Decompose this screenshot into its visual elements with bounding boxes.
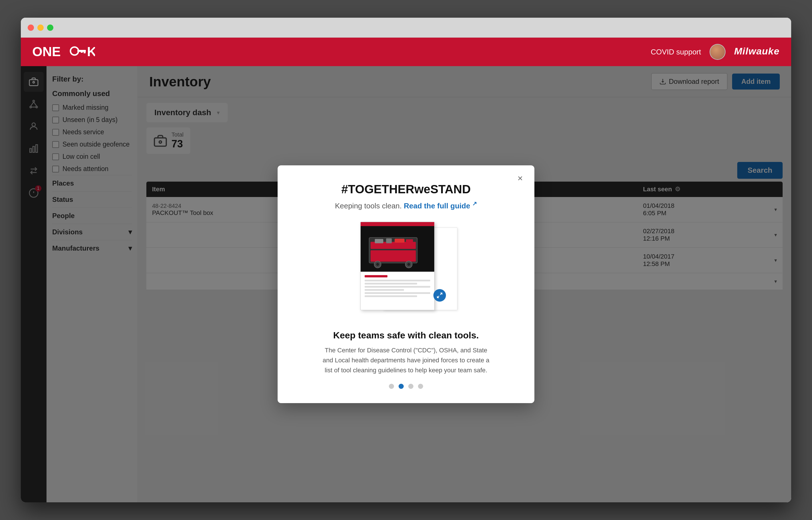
- doc-line-3: [365, 286, 430, 288]
- maximize-dot[interactable]: [47, 25, 53, 31]
- doc-line-6: [365, 295, 417, 297]
- doc-line-5: [365, 292, 430, 294]
- doc-red-bar: [361, 222, 434, 226]
- page-layout: 1 Filter by: Commonly used Marked missin…: [21, 66, 791, 502]
- doc-content-lines: [361, 272, 434, 302]
- doc-image: [361, 226, 434, 272]
- one-key-logo: ONE KEY: [32, 45, 95, 59]
- milwaukee-svg: Milwaukee: [734, 44, 780, 58]
- close-dot[interactable]: [28, 25, 34, 31]
- milwaukee-logo: Milwaukee: [734, 44, 780, 60]
- svg-rect-30: [371, 250, 416, 262]
- modal-overlay[interactable]: × #TOGETHERweSTAND Keeping tools clean. …: [21, 66, 791, 502]
- svg-rect-36: [386, 238, 392, 243]
- svg-rect-35: [375, 239, 384, 243]
- modal-subtitle-text: Keeping tools clean.: [335, 202, 402, 210]
- modal-dot-1[interactable]: [389, 384, 394, 389]
- close-icon: ×: [518, 173, 523, 184]
- modal-subtitle: Keeping tools clean. Read the full guide…: [292, 200, 520, 210]
- svg-point-32: [376, 263, 379, 266]
- doc-line-2: [365, 283, 417, 285]
- svg-text:KEY: KEY: [87, 45, 95, 59]
- avatar[interactable]: [710, 44, 725, 60]
- top-nav: ONE KEY COVID support Milwaukee: [21, 37, 791, 66]
- modal-guide-link-text: Read the full guide: [404, 202, 470, 210]
- modal-body-text: The Center for Disease Control ("CDC"), …: [320, 345, 492, 375]
- modal-dot-2[interactable]: [399, 384, 404, 389]
- doc-expand-button[interactable]: [434, 289, 446, 302]
- modal-dot-3[interactable]: [408, 384, 413, 389]
- modal-pagination-dots: [292, 384, 520, 389]
- svg-point-1: [71, 47, 78, 55]
- logo-area: ONE KEY: [32, 45, 95, 59]
- doc-stack: [360, 222, 452, 313]
- doc-line-4: [365, 289, 404, 291]
- window-controls: [28, 25, 53, 31]
- svg-point-34: [408, 263, 410, 266]
- covid-support-label: COVID support: [651, 48, 701, 56]
- modal-dot-4[interactable]: [418, 384, 423, 389]
- modal-body-title: Keep teams safe with clean tools.: [292, 330, 520, 341]
- doc-line-1: [365, 280, 430, 281]
- svg-text:ONE: ONE: [32, 45, 61, 59]
- svg-rect-37: [395, 239, 404, 242]
- modal-title: #TOGETHERweSTAND: [292, 182, 520, 196]
- modal-image-area: [292, 222, 520, 319]
- titlebar: [21, 18, 791, 37]
- doc-line-red: [365, 275, 388, 278]
- svg-rect-4: [81, 50, 83, 53]
- modal-guide-link[interactable]: Read the full guide ↗: [404, 202, 477, 210]
- tool-cart-illustration: [361, 226, 434, 272]
- svg-rect-38: [406, 239, 413, 242]
- doc-main: [360, 222, 435, 310]
- minimize-dot[interactable]: [38, 25, 44, 31]
- modal: × #TOGETHERweSTAND Keeping tools clean. …: [278, 165, 534, 403]
- expand-icon: [437, 292, 443, 298]
- modal-close-button[interactable]: ×: [514, 172, 526, 185]
- external-link-icon: ↗: [472, 201, 477, 207]
- app-body: ONE KEY COVID support Milwaukee: [21, 37, 791, 502]
- nav-right: COVID support Milwaukee: [651, 44, 780, 60]
- svg-rect-3: [83, 50, 85, 53]
- svg-text:Milwaukee: Milwaukee: [734, 46, 780, 56]
